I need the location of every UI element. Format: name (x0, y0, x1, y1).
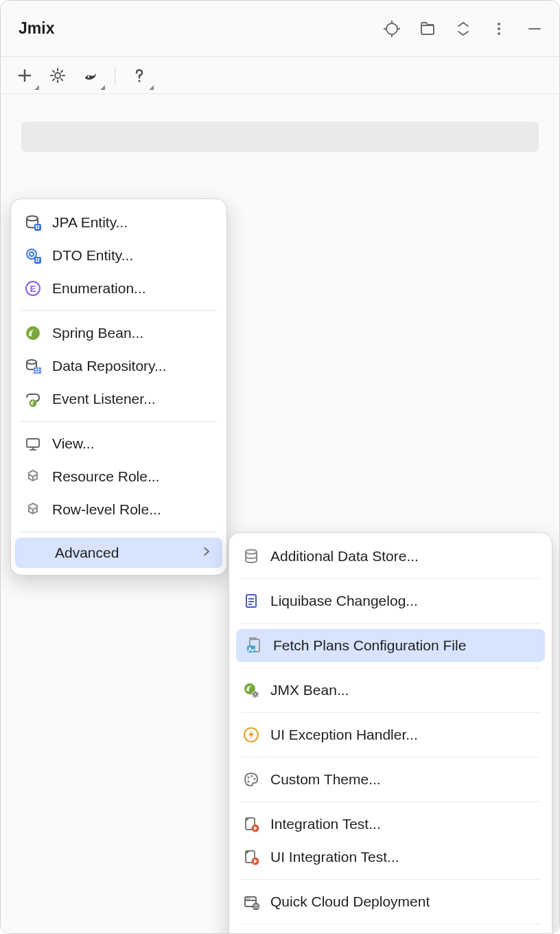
settings-button[interactable] (46, 64, 69, 87)
ui-integration-test-icon (242, 847, 261, 867)
menu-separator (240, 668, 541, 668)
select-in-tree-button[interactable] (382, 19, 401, 38)
menu-separator (240, 757, 541, 758)
menu-item-jmx-bean[interactable]: JMX Bean... (229, 674, 552, 707)
menu-separator (240, 879, 541, 880)
new-button[interactable] (13, 64, 36, 87)
chevron-right-icon (200, 545, 213, 561)
toolbar-separator (115, 66, 115, 85)
menu-label: Liquibase Changelog... (270, 593, 418, 609)
menu-item-view[interactable]: View... (11, 427, 226, 460)
menu-label: Data Repository... (52, 358, 167, 374)
menu-item-event-listener[interactable]: Event Listener... (11, 383, 226, 415)
more-menu-button[interactable] (489, 19, 509, 38)
menu-separator (240, 924, 541, 924)
fetch-plans-icon (244, 636, 264, 655)
dropdown-indicator-icon (34, 85, 39, 90)
menu-separator (240, 623, 541, 624)
help-button[interactable] (128, 64, 151, 87)
menu-separator (240, 801, 541, 802)
titlebar-actions (382, 19, 544, 38)
minimize-button[interactable] (525, 19, 544, 38)
cloud-deployment-icon (242, 892, 261, 911)
menu-label: Row-level Role... (52, 501, 161, 518)
advanced-submenu: Additional Data Store... Liquibase Chang… (229, 532, 552, 934)
event-listener-icon (23, 389, 43, 409)
menu-item-ui-integration-test[interactable]: UI Integration Test... (229, 841, 552, 874)
menu-label: Quick Cloud Deployment (270, 893, 430, 910)
menu-separator (21, 421, 217, 422)
menu-item-advanced[interactable]: Advanced (15, 538, 222, 568)
menu-item-ui-exception-handler[interactable]: UI Exception Handler... (229, 718, 552, 751)
menu-item-custom-theme[interactable]: Custom Theme... (229, 763, 552, 796)
collapse-all-button[interactable] (454, 19, 473, 38)
dropdown-indicator-icon (100, 85, 105, 90)
jmix-panel: Jmix Tests Open in Browser (0, 0, 560, 934)
menu-label: View... (52, 435, 94, 452)
menu-label: Additional Data Store... (270, 548, 419, 565)
menu-separator (21, 532, 217, 532)
menu-label: JPA Entity... (52, 214, 128, 231)
menu-label: UI Exception Handler... (270, 727, 418, 743)
menu-item-row-level-role[interactable]: Row-level Role... (11, 493, 226, 526)
menu-separator (240, 578, 541, 579)
menu-label: JMX Bean... (270, 682, 349, 698)
menu-label: Advanced (55, 545, 119, 561)
menu-separator (21, 310, 217, 311)
menu-label: Fetch Plans Configuration File (273, 637, 466, 654)
menu-item-data-repository[interactable]: Data Repository... (11, 350, 226, 383)
spring-bean-icon (23, 323, 43, 343)
menu-item-enumeration[interactable]: Enumeration... (11, 272, 226, 305)
new-menu: JPA Entity... DTO Entity... Enumeration.… (10, 198, 227, 576)
menu-label: Spring Bean... (52, 325, 143, 341)
resource-role-icon (23, 467, 43, 486)
jmx-bean-icon (242, 681, 261, 700)
row-level-role-icon (23, 500, 43, 519)
menu-item-spring-bean[interactable]: Spring Bean... (11, 317, 226, 350)
menu-item-openapi-client[interactable]: OpenAPI Client (229, 930, 552, 934)
exception-handler-icon (242, 725, 261, 744)
integration-test-icon (242, 815, 261, 834)
menu-label: Event Listener... (52, 391, 156, 407)
menu-label: Integration Test... (270, 816, 381, 832)
menu-item-integration-test[interactable]: Integration Test... (229, 808, 552, 841)
data-store-icon (242, 547, 261, 566)
menu-separator (240, 712, 541, 713)
enumeration-icon (23, 279, 43, 298)
custom-theme-icon (242, 770, 261, 789)
open-folder-button[interactable] (418, 19, 437, 38)
tree-selection-row[interactable] (21, 122, 539, 152)
menu-item-resource-role[interactable]: Resource Role... (11, 460, 226, 493)
menu-item-dto-entity[interactable]: DTO Entity... (11, 239, 226, 272)
menu-item-jpa-entity[interactable]: JPA Entity... (11, 206, 226, 239)
view-icon (23, 434, 43, 453)
menu-label: DTO Entity... (52, 247, 133, 264)
menu-item-additional-data-store[interactable]: Additional Data Store... (229, 540, 552, 573)
menu-item-fetch-plans-config[interactable]: Fetch Plans Configuration File (236, 629, 545, 662)
dropdown-indicator-icon (149, 85, 154, 90)
panel-content: Tests Open in Browser JPA Entity... DTO … (1, 94, 559, 933)
dto-entity-icon (23, 246, 43, 265)
gradle-button[interactable] (79, 64, 102, 87)
toolbar (1, 57, 559, 94)
menu-label: UI Integration Test... (270, 849, 399, 865)
liquibase-icon (242, 591, 261, 611)
menu-item-liquibase-changelog[interactable]: Liquibase Changelog... (229, 584, 552, 617)
menu-label: Resource Role... (52, 468, 159, 485)
menu-label: Custom Theme... (270, 771, 381, 788)
jpa-entity-icon (23, 213, 43, 232)
menu-label: Enumeration... (52, 280, 146, 297)
data-repository-icon (23, 356, 43, 376)
panel-title: Jmix (19, 19, 54, 38)
titlebar: Jmix (1, 1, 559, 57)
menu-item-quick-cloud-deployment[interactable]: Quick Cloud Deployment (229, 885, 552, 918)
